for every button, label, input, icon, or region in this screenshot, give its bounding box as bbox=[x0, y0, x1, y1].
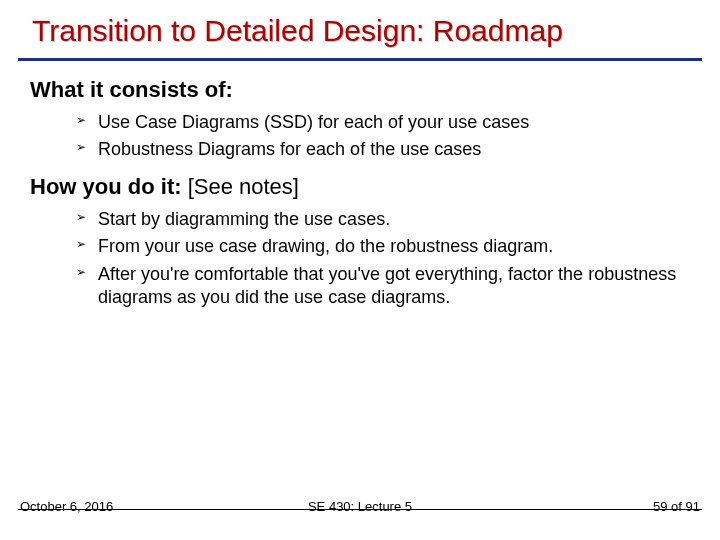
slide-title: Transition to Detailed Design: Roadmap bbox=[0, 0, 720, 58]
list-item-text: Start by diagramming the use cases. bbox=[98, 209, 390, 229]
chevron-right-icon: ➢ bbox=[76, 113, 86, 129]
list-item-text: From your use case drawing, do the robus… bbox=[98, 236, 553, 256]
list-item: ➢ From your use case drawing, do the rob… bbox=[76, 233, 690, 260]
chevron-right-icon: ➢ bbox=[76, 265, 86, 281]
heading-rest: [See notes] bbox=[182, 174, 299, 199]
list-item-text: Robustness Diagrams for each of the use … bbox=[98, 139, 481, 159]
section-heading-consists: What it consists of: bbox=[30, 77, 690, 103]
heading-bold: How you do it: bbox=[30, 174, 182, 199]
chevron-right-icon: ➢ bbox=[76, 210, 86, 226]
list-item: ➢ Robustness Diagrams for each of the us… bbox=[76, 136, 690, 163]
list-item: ➢ After you're comfortable that you've g… bbox=[76, 261, 690, 312]
chevron-right-icon: ➢ bbox=[76, 140, 86, 156]
slide-content: What it consists of: ➢ Use Case Diagrams… bbox=[0, 61, 720, 315]
section-heading-how: How you do it: [See notes] bbox=[30, 174, 690, 200]
list-item-text: After you're comfortable that you've got… bbox=[98, 264, 676, 307]
slide: Transition to Detailed Design: Roadmap W… bbox=[0, 0, 720, 540]
list-item: ➢ Use Case Diagrams (SSD) for each of yo… bbox=[76, 109, 690, 136]
list-item-text: Use Case Diagrams (SSD) for each of your… bbox=[98, 112, 529, 132]
footer-page: 59 of 91 bbox=[653, 499, 700, 514]
footer-center: SE 430: Lecture 5 bbox=[0, 499, 720, 514]
bullet-list-how: ➢ Start by diagramming the use cases. ➢ … bbox=[30, 206, 690, 316]
list-item: ➢ Start by diagramming the use cases. bbox=[76, 206, 690, 233]
chevron-right-icon: ➢ bbox=[76, 237, 86, 253]
bullet-list-consists: ➢ Use Case Diagrams (SSD) for each of yo… bbox=[30, 109, 690, 168]
